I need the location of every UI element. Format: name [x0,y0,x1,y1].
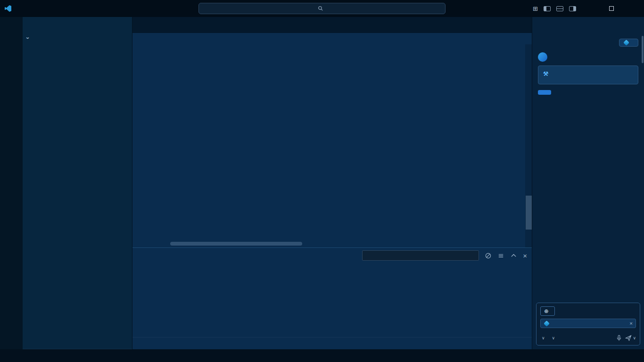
mode-picker[interactable]: ∨ [540,336,545,340]
debug-console-output [132,263,532,337]
clear-console-icon[interactable] [485,252,492,259]
chat-panel: ⚒ ⊕ × ∨ ∨ [532,17,644,349]
titlebar-right-icons: ⊞ [533,0,644,17]
window-controls [582,0,641,17]
vscode-window: { "titlebar": { "menus": ["File", "Edit"… [0,0,644,362]
bottom-panel: × [132,247,532,349]
code-editor[interactable] [132,44,532,247]
status-bar [0,349,644,362]
titlebar: ⊞ [0,0,644,17]
remove-context-icon[interactable]: × [629,321,633,326]
editor-actions [520,17,532,33]
message-author-row [538,52,638,62]
close-button[interactable] [621,0,641,17]
context-file-pill[interactable] [619,39,638,47]
send-icon [625,335,632,341]
project-root-row[interactable]: › [23,33,132,43]
panel-header: × [132,248,532,263]
editor-group: × [132,17,532,349]
vertical-scrollbar[interactable] [526,196,532,230]
chevron-down-icon: › [25,35,31,41]
send-button[interactable]: ∨ [625,335,636,341]
plus-icon: ⊕ [544,308,549,314]
search-icon [318,6,323,11]
composer-toolbar: ∨ ∨ ∨ [540,335,636,341]
sign-up-button[interactable] [538,90,551,95]
toggle-primary-sidebar-icon[interactable] [544,6,551,11]
vscode-logo-icon [0,5,16,12]
chat-header [532,17,644,34]
workbench: › × [0,17,644,349]
maximize-panel-icon[interactable] [510,252,517,259]
toggle-panel-icon[interactable] [556,6,563,11]
horizontal-scrollbar[interactable] [170,242,302,246]
close-panel-icon[interactable]: × [523,252,527,260]
minimize-button[interactable] [582,0,602,17]
file-tree [23,43,132,349]
breadcrumb [132,33,532,44]
add-context-button[interactable]: ⊕ [540,306,555,316]
chat-messages: ⚒ [532,34,644,299]
model-picker[interactable]: ∨ [551,336,555,340]
activity-bar [0,17,23,349]
toggle-secondary-sidebar-icon[interactable] [569,6,576,11]
customize-layout-icon[interactable]: ⊞ [533,5,538,12]
mic-icon[interactable] [616,335,622,341]
console-filter-input[interactable] [362,250,479,261]
explorer-header [23,17,132,33]
collapse-all-icon[interactable] [497,252,504,259]
command-center-search[interactable] [198,3,446,14]
chat-composer[interactable]: ⊕ × ∨ ∨ ∨ [536,303,640,346]
dart-file-icon [623,40,629,46]
editor-tabs-row [132,17,532,33]
maximize-button[interactable] [602,0,621,17]
chat-scrollbar[interactable] [642,36,644,63]
azure-avatar [538,52,547,62]
wrench-icon: ⚒ [543,71,548,77]
console-input-row[interactable] [132,337,532,349]
context-chip[interactable]: × [540,319,636,328]
azure-offer-card: ⚒ [538,66,638,84]
panel-actions: × [362,250,527,261]
explorer-sidebar: › [23,17,132,349]
dart-file-icon [544,321,550,327]
